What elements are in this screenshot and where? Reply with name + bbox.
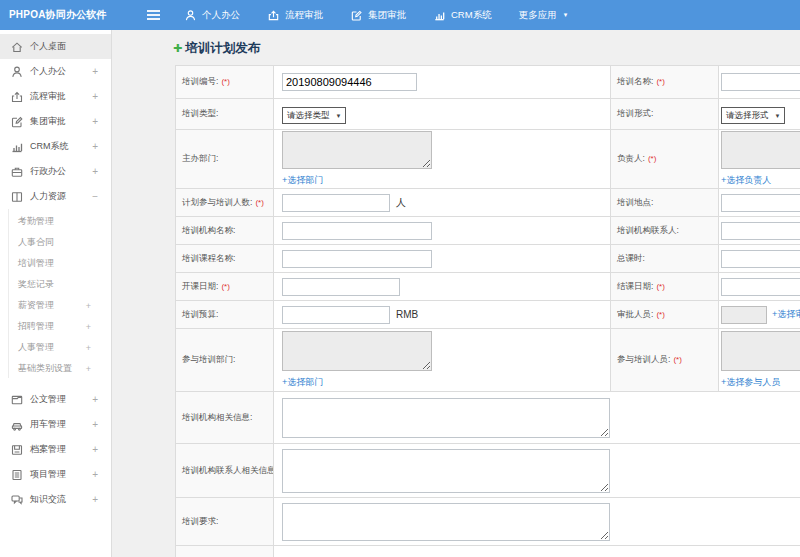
field-label: 培训地点: (611, 189, 719, 217)
sidebar-item-personal-desktop[interactable]: 个人桌面 (0, 34, 111, 59)
sidebar-item-training[interactable]: 培训管理 (0, 253, 111, 274)
sidebar-item-workflow-approval[interactable]: 流程审批 + (0, 84, 111, 109)
nav-crm[interactable]: CRM系统 (433, 9, 492, 22)
sidebar-item-label: 基础类别设置 (18, 362, 72, 375)
expander: + (92, 469, 98, 480)
select-leader-link[interactable]: +选择负责人 (721, 174, 771, 187)
training-location-input[interactable] (721, 194, 800, 212)
sidebar-item-admin-office[interactable]: 行政办公 + (0, 159, 111, 184)
field-label: 主办部门: (176, 130, 274, 189)
sidebar-item-crm[interactable]: CRM系统 + (0, 134, 111, 159)
field-label: 参与培训人员:(*) (611, 329, 719, 392)
hamburger-icon[interactable] (144, 6, 162, 24)
sidebar-item-attendance[interactable]: 考勤管理 (0, 211, 111, 232)
nav-group-approval[interactable]: 集团审批 (350, 9, 406, 22)
sidebar-item-personnel[interactable]: 人事管理 + (0, 337, 111, 358)
sidebar-item-label: 奖惩记录 (18, 278, 54, 291)
sidebar-item-hr-contract[interactable]: 人事合同 (0, 232, 111, 253)
field-label: 审批人员:(*) (611, 301, 719, 329)
select-department-link[interactable]: +选择部门 (282, 174, 323, 187)
sidebar-item-label: 项目管理 (30, 468, 66, 481)
nav-more-apps[interactable]: 更多应用 ▾ (519, 9, 568, 22)
field-label: 培训形式: (611, 99, 719, 130)
field-label: 总课时: (611, 245, 719, 273)
institution-contact-info-textarea[interactable] (282, 449, 610, 493)
expander: + (92, 494, 98, 505)
sidebar-item-base-category[interactable]: 基础类别设置 + (0, 358, 111, 379)
field-label: 培训课程名称: (176, 245, 274, 273)
sidebar-item-group-approval[interactable]: 集团审批 + (0, 109, 111, 134)
approver-input[interactable] (721, 306, 767, 324)
total-hours-input[interactable] (721, 250, 800, 268)
training-requirements-textarea[interactable] (282, 503, 610, 541)
expander: + (92, 166, 98, 177)
green-plus-icon: ✚ (173, 42, 182, 55)
expander: − (92, 191, 98, 202)
select-approver-link[interactable]: +选择审批人员 (772, 308, 800, 321)
flow-approval-icon (267, 9, 280, 22)
sidebar-item-salary[interactable]: 薪资管理 + (0, 295, 111, 316)
sidebar-item-knowledge[interactable]: 知识交流 + (0, 487, 111, 512)
book-icon (10, 190, 24, 204)
clipboard-icon (10, 468, 24, 482)
edit-icon (350, 9, 363, 22)
field-label: 培训机构相关信息: (176, 392, 274, 444)
document-icon (10, 393, 24, 407)
sidebar-item-recruitment[interactable]: 招聘管理 + (0, 316, 111, 337)
institution-info-textarea[interactable] (282, 398, 610, 438)
sidebar-item-label: 知识交流 (30, 493, 66, 506)
sidebar-item-label: 人力资源 (30, 190, 66, 203)
sidebar-item-rewards[interactable]: 奖惩记录 (0, 274, 111, 295)
training-form-table: 培训编号:(*) 培训名称:(*) 培训类型: 请选择类型▼ 培训形式: 请选择… (175, 65, 800, 557)
nav-personal-office[interactable]: 个人办公 (184, 9, 240, 22)
field-label: 培训预算: (176, 301, 274, 329)
sidebar-item-project[interactable]: 项目管理 + (0, 462, 111, 487)
planned-participants-input[interactable] (282, 194, 390, 212)
edit-icon (10, 115, 24, 129)
expander: + (92, 116, 98, 127)
sidebar: 个人桌面 个人办公 + 流程审批 + 集团审批 + CRM系统 + 行政办公 +… (0, 30, 112, 557)
sidebar-item-label: 用车管理 (30, 418, 66, 431)
training-name-input[interactable] (721, 73, 800, 91)
nav-workflow-approval[interactable]: 流程审批 (267, 9, 323, 22)
institution-name-input[interactable] (282, 222, 432, 240)
top-nav: 个人办公 流程审批 集团审批 CRM系统 更多应用 ▾ (184, 9, 567, 22)
course-name-input[interactable] (282, 250, 432, 268)
expander: + (92, 91, 98, 102)
sidebar-item-document[interactable]: 公文管理 + (0, 387, 111, 412)
person-icon (10, 65, 24, 79)
sidebar-item-archive[interactable]: 档案管理 + (0, 437, 111, 462)
car-icon (10, 418, 24, 432)
nav-label: 集团审批 (368, 9, 406, 22)
end-date-input[interactable] (721, 278, 800, 296)
field-label: 结课日期:(*) (611, 273, 719, 301)
sidebar-item-label: 个人办公 (30, 65, 66, 78)
currency-suffix: RMB (396, 309, 418, 320)
field-label: 培训机构联系人: (611, 217, 719, 245)
field-label: 培训名称:(*) (611, 66, 719, 99)
select-participants-link[interactable]: +选择参与人员 (721, 376, 780, 389)
sidebar-item-label: 个人桌面 (30, 40, 66, 53)
main-content: ✚ 培训计划发布 培训编号:(*) 培训名称:(*) 培训类型: 请选择类型▼ … (113, 30, 800, 557)
training-number-input[interactable] (282, 73, 417, 91)
sidebar-item-vehicle[interactable]: 用车管理 + (0, 412, 111, 437)
training-form-select[interactable]: 请选择形式▼ (721, 107, 785, 124)
training-type-select[interactable]: 请选择类型▼ (282, 107, 346, 124)
participating-departments-textarea[interactable] (282, 331, 432, 371)
leader-textarea[interactable] (721, 131, 800, 169)
participants-textarea[interactable] (721, 331, 800, 371)
sidebar-item-hr[interactable]: 人力资源 − (0, 184, 111, 209)
select-department-link[interactable]: +选择部门 (282, 376, 323, 389)
nav-label: 更多应用 (519, 9, 557, 22)
institution-contact-input[interactable] (721, 222, 800, 240)
sidebar-item-label: 培训管理 (18, 257, 54, 270)
host-department-textarea[interactable] (282, 131, 432, 169)
budget-input[interactable] (282, 306, 390, 324)
field-label: 培训类型: (176, 99, 274, 130)
sidebar-item-personal-office[interactable]: 个人办公 + (0, 59, 111, 84)
start-date-input[interactable] (282, 278, 400, 296)
sidebar-item-label: 集团审批 (30, 115, 66, 128)
sidebar-item-label: CRM系统 (30, 140, 69, 153)
sidebar-item-label: 薪资管理 (18, 299, 54, 312)
flow-approval-icon (10, 90, 24, 104)
